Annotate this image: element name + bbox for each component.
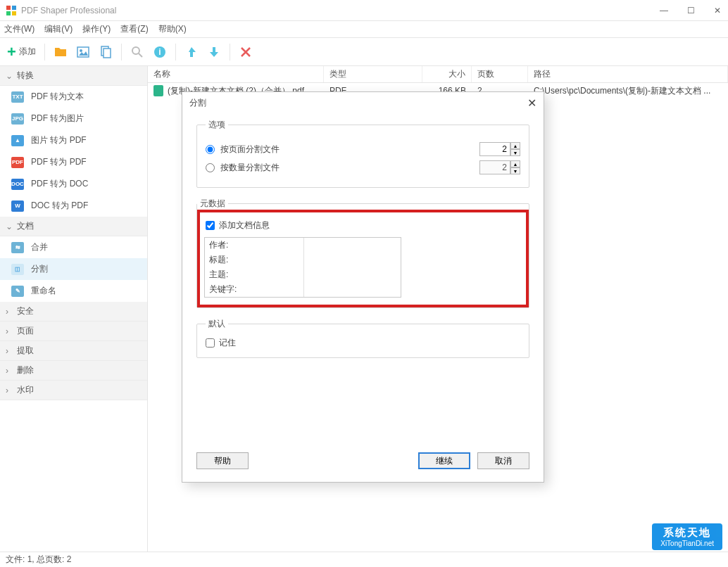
dialog-titlebar: 分割 ✕ [182, 92, 544, 113]
sidebar-item-merge[interactable]: ⇆合并 [0, 236, 147, 258]
sidebar-item-rename[interactable]: ✎重命名 [0, 280, 147, 302]
group-delete[interactable]: ›删除 [0, 361, 147, 381]
continue-button[interactable]: 继续 [418, 452, 470, 469]
pdf-file-icon [153, 85, 163, 96]
close-x-icon[interactable] [239, 45, 253, 59]
spin-up[interactable]: ▲ [510, 142, 520, 149]
statusbar: 文件: 1, 总页数: 2 [0, 552, 728, 567]
options-fieldset: 选项 按页面分割文件 ▲▼ 按数量分割文件 ▲▼ [196, 119, 529, 188]
checkbox-remember[interactable] [206, 338, 215, 348]
input-by-page[interactable] [479, 142, 510, 156]
radio-by-count[interactable] [206, 163, 215, 172]
word-icon: W [11, 200, 24, 212]
spin-down[interactable]: ▼ [510, 149, 520, 156]
sidebar-item-pdf-to-text[interactable]: TXTPDF 转为文本 [0, 86, 147, 108]
info-icon[interactable]: i [153, 45, 167, 59]
meta-keywords-label: 关键字: [205, 282, 303, 297]
cancel-button[interactable]: 取消 [477, 452, 529, 469]
group-document[interactable]: ⌄文档 [0, 217, 147, 236]
help-button[interactable]: 帮助 [196, 452, 249, 469]
spin-up[interactable]: ▲ [510, 160, 520, 167]
add-button[interactable]: + 添加 [7, 43, 36, 61]
svg-point-5 [80, 49, 82, 52]
meta-subject-label: 主题: [205, 267, 303, 282]
group-page[interactable]: ›页面 [0, 321, 147, 341]
svg-line-9 [139, 53, 142, 57]
split-icon: ◫ [11, 264, 24, 275]
meta-subject-value[interactable] [303, 267, 401, 282]
group-convert[interactable]: ⌄转换 [0, 66, 147, 86]
sidebar-item-pdf-to-image[interactable]: JPGPDF 转为图片 [0, 108, 147, 129]
merge-icon: ⇆ [11, 242, 24, 253]
chevron-down-icon: ⌄ [6, 222, 13, 231]
maximize-button[interactable]: ☐ [686, 6, 696, 15]
radio-by-page[interactable] [206, 145, 215, 154]
checkbox-add-doc-info[interactable] [206, 221, 215, 230]
menu-operate[interactable]: 操作(Y) [82, 23, 111, 35]
spin-down[interactable]: ▼ [510, 167, 520, 174]
copy-icon[interactable] [99, 45, 113, 59]
image-icon[interactable] [76, 45, 90, 59]
meta-author-value[interactable] [303, 238, 401, 253]
chevron-right-icon: › [6, 326, 13, 336]
col-name[interactable]: 名称 [148, 66, 324, 82]
dialog-title: 分割 [189, 97, 206, 109]
menu-view[interactable]: 查看(Z) [120, 23, 148, 35]
metadata-fieldset: 元数据 添加文档信息 作者: 标题: 主题: 关键字: [196, 198, 529, 308]
group-watermark[interactable]: ›水印 [0, 381, 147, 400]
svg-point-8 [132, 47, 139, 54]
col-size[interactable]: 大小 [422, 66, 472, 82]
menu-file[interactable]: 文件(W) [4, 23, 34, 35]
toolbar: + 添加 i [0, 38, 728, 66]
arrow-up-icon[interactable] [184, 45, 199, 59]
separator [121, 44, 122, 60]
sidebar-item-split[interactable]: ◫分割 [0, 258, 147, 280]
plus-icon: + [7, 43, 16, 61]
jpg-icon: JPG [11, 113, 24, 125]
close-button[interactable]: ✕ [713, 6, 722, 15]
svg-rect-3 [12, 11, 16, 15]
label-remember: 记住 [219, 337, 236, 349]
rename-icon: ✎ [11, 286, 24, 297]
search-icon[interactable] [130, 45, 144, 59]
col-path[interactable]: 路径 [528, 66, 728, 82]
folder-icon[interactable] [54, 45, 68, 59]
menubar: 文件(W) 编辑(V) 操作(Y) 查看(Z) 帮助(X) [0, 21, 728, 38]
minimize-button[interactable]: — [659, 6, 669, 15]
split-dialog: 分割 ✕ 选项 按页面分割文件 ▲▼ 按数量分割文件 ▲▼ [182, 91, 544, 483]
sidebar-item-pdf-to-doc[interactable]: DOCPDF 转为 DOC [0, 173, 147, 195]
separator [44, 44, 45, 60]
group-extract[interactable]: ›提取 [0, 341, 147, 361]
dialog-close-button[interactable]: ✕ [527, 96, 536, 110]
meta-keywords-value[interactable] [303, 282, 401, 297]
svg-rect-7 [103, 49, 111, 58]
add-label: 添加 [19, 46, 36, 58]
watermark-url: XiTongTianDi.net [660, 540, 714, 547]
default-fieldset: 默认 记住 [196, 318, 529, 358]
input-by-count[interactable] [479, 160, 510, 174]
watermark-cn: 系统天地 [663, 526, 711, 540]
metadata-legend: 元数据 [197, 198, 228, 210]
sidebar-item-image-to-pdf[interactable]: ▲图片 转为 PDF [0, 129, 147, 151]
sidebar-item-doc-to-pdf[interactable]: WDOC 转为 PDF [0, 195, 147, 217]
watermark: 系统天地 XiTongTianDi.net [652, 523, 722, 550]
col-pages[interactable]: 页数 [472, 66, 528, 82]
svg-text:i: i [158, 47, 161, 57]
app-logo-icon [6, 5, 17, 16]
separator [175, 44, 176, 60]
pdf-icon: PDF [11, 157, 24, 168]
separator [230, 44, 230, 60]
col-type[interactable]: 类型 [324, 66, 422, 82]
titlebar: PDF Shaper Professional — ☐ ✕ [0, 0, 728, 21]
svg-rect-2 [6, 11, 11, 15]
menu-edit[interactable]: 编辑(V) [44, 23, 73, 35]
meta-title-value[interactable] [303, 253, 401, 267]
arrow-down-icon[interactable] [207, 45, 221, 59]
menu-help[interactable]: 帮助(X) [158, 23, 187, 35]
svg-rect-0 [6, 6, 11, 10]
sidebar-item-pdf-to-pdf[interactable]: PDFPDF 转为 PDF [0, 151, 147, 173]
label-by-count: 按数量分割文件 [220, 162, 474, 174]
group-security[interactable]: ›安全 [0, 302, 147, 321]
chevron-right-icon: › [6, 346, 13, 356]
img-icon: ▲ [11, 135, 24, 146]
